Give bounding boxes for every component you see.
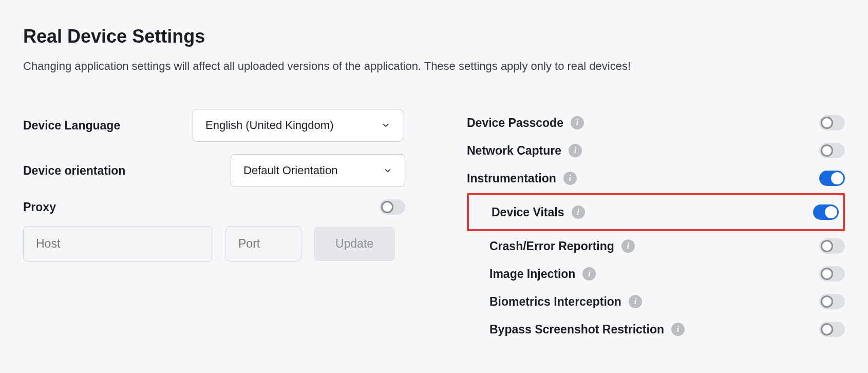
proxy-row: Proxy [23, 199, 405, 215]
toggle-knob [831, 172, 843, 184]
left-column: Device Language English (United Kingdom)… [23, 109, 405, 343]
network-capture-row: Network Capture i [467, 137, 845, 164]
device-passcode-row: Device Passcode i [467, 109, 845, 137]
bypass-screenshot-restriction-label: Bypass Screenshot Restriction [489, 323, 664, 337]
image-injection-label: Image Injection [489, 267, 575, 281]
image-injection-row: Image Injection i [467, 260, 845, 288]
info-icon[interactable]: i [629, 295, 642, 308]
info-icon[interactable]: i [582, 267, 596, 281]
toggle-knob [821, 144, 833, 157]
info-icon[interactable]: i [621, 239, 635, 253]
crash-error-reporting-label: Crash/Error Reporting [489, 239, 614, 253]
device-vitals-row: Device Vitals i [467, 193, 845, 231]
toggle-knob [821, 295, 833, 308]
device-language-label: Device Language [23, 119, 193, 133]
device-language-select[interactable]: English (United Kingdom) [193, 109, 403, 142]
info-icon[interactable]: i [671, 323, 685, 336]
chevron-down-icon [383, 166, 392, 175]
image-injection-toggle[interactable] [819, 266, 845, 282]
device-vitals-label: Device Vitals [492, 206, 564, 219]
settings-grid: Device Language English (United Kingdom)… [23, 109, 845, 343]
device-language-row: Device Language English (United Kingdom) [23, 109, 405, 142]
right-column: Device Passcode i Network Capture i Inst… [467, 109, 845, 343]
biometrics-interception-toggle[interactable] [819, 294, 845, 309]
toggle-knob [825, 206, 837, 218]
bypass-screenshot-restriction-row: Bypass Screenshot Restriction i [467, 315, 845, 343]
instrumentation-label: Instrumentation [467, 172, 556, 185]
network-capture-label: Network Capture [467, 144, 561, 158]
crash-error-reporting-row: Crash/Error Reporting i [467, 232, 845, 260]
proxy-inputs: Update [23, 226, 405, 262]
instrumentation-toggle[interactable] [819, 171, 845, 186]
toggle-knob [821, 117, 833, 129]
bypass-screenshot-restriction-toggle[interactable] [819, 322, 845, 337]
toggle-knob [821, 240, 833, 252]
info-icon[interactable]: i [563, 172, 577, 185]
proxy-toggle[interactable] [380, 199, 405, 215]
device-orientation-row: Device orientation Default Orientation [23, 154, 405, 187]
info-icon[interactable]: i [571, 116, 584, 129]
device-passcode-label: Device Passcode [467, 116, 563, 130]
device-orientation-select[interactable]: Default Orientation [231, 154, 405, 187]
instrumentation-row: Instrumentation i [467, 164, 845, 192]
proxy-port-input[interactable] [225, 226, 301, 262]
device-language-value: English (United Kingdom) [205, 119, 333, 132]
device-orientation-label: Device orientation [23, 164, 193, 178]
info-icon[interactable]: i [569, 144, 582, 157]
toggle-knob [821, 323, 833, 335]
toggle-knob [381, 201, 393, 213]
biometrics-interception-row: Biometrics Interception i [467, 288, 845, 315]
page-subtitle: Changing application settings will affec… [23, 60, 845, 73]
info-icon[interactable]: i [572, 206, 585, 219]
biometrics-interception-label: Biometrics Interception [489, 295, 621, 309]
network-capture-toggle[interactable] [819, 143, 845, 158]
device-passcode-toggle[interactable] [819, 115, 845, 130]
toggle-knob [821, 268, 833, 280]
update-button[interactable]: Update [314, 227, 395, 261]
chevron-down-icon [381, 121, 390, 130]
page-title: Real Device Settings [23, 26, 845, 47]
crash-error-reporting-toggle[interactable] [819, 238, 845, 254]
device-orientation-value: Default Orientation [243, 164, 337, 177]
device-vitals-toggle[interactable] [813, 204, 839, 220]
proxy-label: Proxy [23, 200, 56, 214]
proxy-host-input[interactable] [23, 226, 213, 262]
